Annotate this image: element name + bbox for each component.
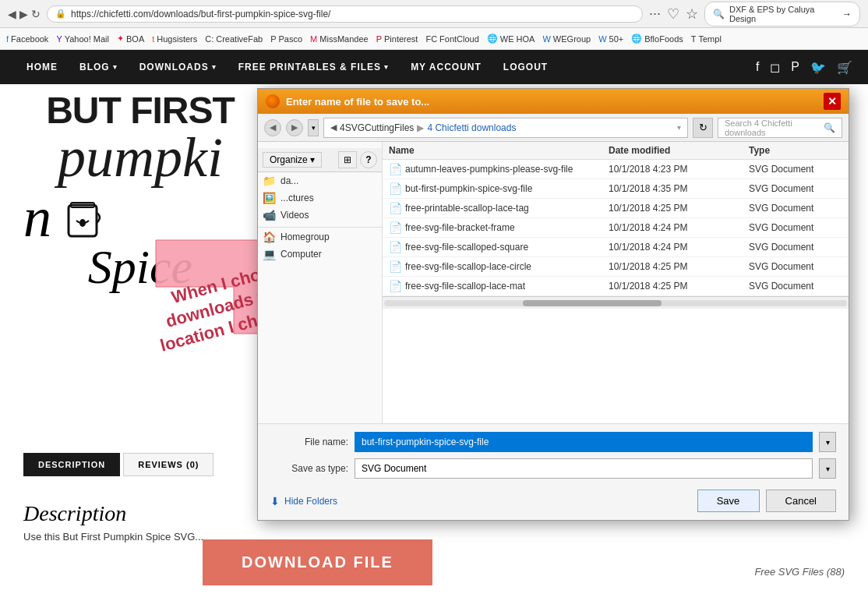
view-toggle-button[interactable]: ⊞ (338, 151, 357, 168)
panel-item-da[interactable]: 📁 da... (258, 172, 382, 189)
address-bar[interactable]: 🔒 https://chicfetti.com/downloads/but-fi… (47, 5, 643, 23)
search-bar[interactable]: 🔍 DXF & EPS by Caluya Design → (704, 2, 860, 27)
firefox-icon (266, 94, 280, 108)
nav-my-account[interactable]: MY ACCOUNT (400, 50, 492, 84)
nav-downloads[interactable]: DOWNLOADS ▾ (129, 50, 228, 84)
file-item[interactable]: 📄free-svg-file-scallop-lace-mat 10/1/201… (383, 277, 849, 296)
hide-folders-arrow-icon: ⬇ (270, 495, 280, 507)
main-content: BUT FIRST pumpki n Spice When I choose S… (0, 84, 868, 601)
forward-icon[interactable]: ▶ (19, 8, 28, 20)
bookmark-pasco[interactable]: P Pasco (270, 34, 302, 44)
bookmark-boa[interactable]: ✦ BOA (117, 34, 144, 44)
bookmark-label: Hugsisters (157, 34, 197, 44)
nav-free-printables[interactable]: FREE PRINTABLES & FILES ▾ (228, 50, 400, 84)
col-type[interactable]: Type (749, 145, 842, 156)
browser-right-icons: ··· ♡ ☆ (649, 5, 698, 23)
organize-toolbar: Organize ▾ ⊞ ? (258, 148, 382, 172)
file-item[interactable]: 📄but-first-pumpkin-spice-svg-file 10/1/2… (383, 179, 849, 199)
file-item[interactable]: 📄free-printable-scallop-lace-tag 10/1/20… (383, 199, 849, 218)
instagram-social-icon[interactable]: ◻ (770, 60, 780, 75)
bookmark-label: WEGroup (553, 34, 591, 44)
path-segment-3[interactable]: 4 Chicfetti downloads (427, 122, 516, 133)
panel-item-homegroup[interactable]: 🏠 Homegroup (258, 227, 382, 246)
art-line4: Spice (23, 239, 257, 295)
panel-item-computer[interactable]: 💻 Computer (258, 246, 382, 263)
bookmark-hugsisters[interactable]: t Hugsisters (152, 34, 197, 44)
path-dropdown-arrow[interactable]: ▾ (677, 123, 681, 132)
twitter-social-icon[interactable]: 🐦 (810, 60, 826, 75)
view-controls: ⊞ ? (338, 151, 377, 168)
bookmark-templ[interactable]: T Templ (691, 34, 722, 44)
bookmark-pinterest[interactable]: P Pinterest (376, 34, 418, 44)
col-date[interactable]: Date modified (609, 145, 749, 156)
nav-logout[interactable]: LOGOUT (492, 50, 559, 84)
bookmark-label: Facebook (11, 34, 48, 44)
star-icon[interactable]: ☆ (686, 5, 698, 23)
svg-file-icon: 📄 (389, 221, 402, 234)
bookmark-label: Pinterest (384, 34, 418, 44)
filename-dropdown-arrow[interactable]: ▾ (819, 432, 836, 452)
filename-input[interactable] (355, 432, 813, 452)
bookmark-label: 50+ (609, 34, 624, 44)
nav-blog[interactable]: BLOG ▾ (69, 50, 129, 84)
help-button[interactable]: ? (360, 151, 377, 168)
file-item[interactable]: 📄free-svg-file-bracket-frame 10/1/2018 4… (383, 218, 849, 238)
chevron-down-icon: ▾ (113, 63, 118, 71)
file-items-area: 📄autumn-leaves-pumpkins-please-svg-file … (383, 160, 849, 296)
hide-folders-button[interactable]: ⬇ Hide Folders (270, 495, 337, 507)
file-item[interactable]: 📄free-svg-file-scallop-lace-circle 10/1/… (383, 257, 849, 277)
refresh-icon[interactable]: ↻ (31, 8, 41, 20)
horizontal-scrollbar[interactable] (383, 296, 849, 309)
bookmark-wehoa[interactable]: 🌐 WE HOA (487, 34, 535, 44)
panel-item-pictures[interactable]: 🖼️ ...ctures (258, 189, 382, 207)
path-segment-2[interactable]: 4SVGCuttingFiles (340, 122, 414, 133)
bookmark-heart-icon[interactable]: ♡ (667, 5, 679, 23)
nav-home[interactable]: HOME (16, 50, 69, 84)
pinterest-social-icon[interactable]: P (791, 60, 799, 74)
tab-description[interactable]: DESCRIPTION (23, 453, 120, 476)
dialog-back-button[interactable]: ◀ (264, 119, 281, 136)
bookmark-bflofoods[interactable]: 🌐 BfloFoods (631, 34, 683, 44)
dialog-cancel-button[interactable]: Cancel (766, 490, 836, 512)
savetype-dropdown-arrow[interactable]: ▾ (819, 458, 836, 479)
wegroup-icon: W (542, 34, 550, 44)
menu-icon[interactable]: ··· (649, 5, 661, 22)
bookmark-label: BOA (126, 34, 144, 44)
dialog-save-cancel-buttons: Save Cancel (697, 490, 836, 512)
bookmark-label: Yahoo! Mail (65, 34, 109, 44)
back-icon[interactable]: ◀ (8, 8, 16, 20)
download-button[interactable]: DOWNLOAD FILE (203, 539, 432, 585)
bookmark-wegroup[interactable]: W WEGroup (542, 34, 591, 44)
bookmark-50plus[interactable]: W 50+ (598, 34, 623, 44)
svg-point-2 (79, 219, 86, 227)
missmandee-icon: M (310, 34, 317, 44)
savetype-input[interactable] (355, 458, 813, 479)
dialog-nav-dropdown[interactable]: ▾ (308, 119, 319, 136)
search-text: DXF & EPS by Caluya Design (729, 5, 838, 23)
bookmark-fontcloud[interactable]: FC FontCloud (425, 34, 478, 44)
file-item[interactable]: 📄free-svg-file-scalloped-square 10/1/201… (383, 238, 849, 257)
bookmark-creativefab[interactable]: C: CreativeFab (205, 34, 263, 44)
dialog-forward-button[interactable]: ▶ (286, 119, 303, 136)
filename-field-row: File name: ▾ (270, 432, 836, 452)
tab-reviews[interactable]: REVIEWS (0) (123, 453, 213, 476)
path-bar: ◀ 4SVGCuttingFiles ▶ 4 Chicfetti downloa… (323, 118, 688, 138)
dialog-save-button[interactable]: Save (697, 490, 760, 512)
chevron-down-icon: ▾ (384, 63, 389, 71)
dialog-close-button[interactable]: ✕ (824, 93, 841, 110)
col-name[interactable]: Name (389, 145, 609, 156)
bookmark-facebook[interactable]: f Facebook (6, 34, 48, 44)
bookmark-missmandee[interactable]: M MissMandee (310, 34, 369, 44)
organize-button[interactable]: Organize ▾ (263, 152, 322, 168)
dialog-search-box[interactable]: Search 4 Chicfetti downloads 🔍 (718, 118, 842, 138)
bookmark-yahoo[interactable]: Y Yahoo! Mail (56, 34, 109, 44)
panel-item-videos[interactable]: 📹 Videos (258, 207, 382, 224)
facebook-social-icon[interactable]: f (756, 60, 759, 74)
bookmark-label: Pasco (279, 34, 303, 44)
dialog-refresh-button[interactable]: ↻ (693, 118, 713, 138)
browser-nav-icons[interactable]: ◀ ▶ ↻ (8, 8, 41, 20)
bookmarks-bar: f Facebook Y Yahoo! Mail ✦ BOA t Hugsist… (0, 28, 868, 50)
file-item[interactable]: 📄autumn-leaves-pumpkins-please-svg-file … (383, 160, 849, 179)
cart-icon[interactable]: 🛒 (837, 60, 852, 75)
bookmark-label: BfloFoods (644, 34, 683, 44)
